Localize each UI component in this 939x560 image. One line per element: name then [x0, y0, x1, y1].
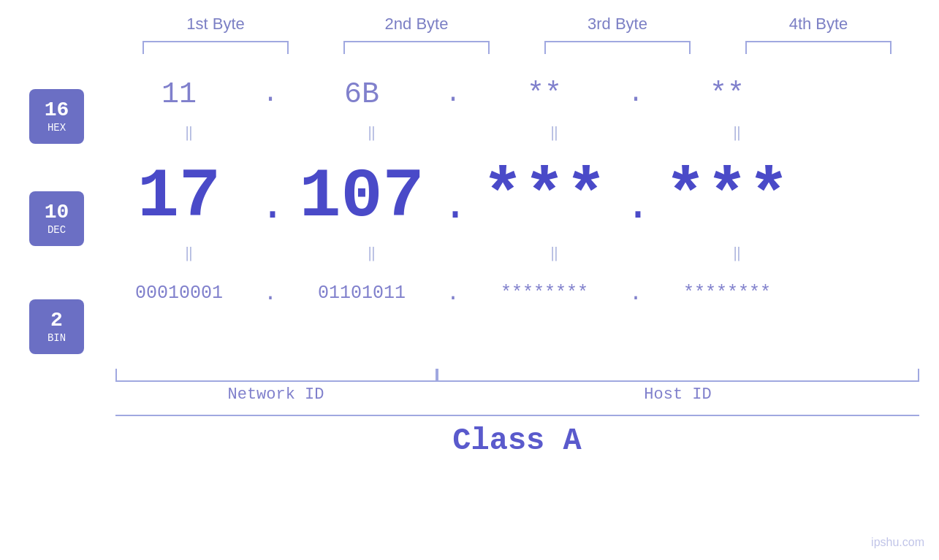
bin-row: 00010001 . 01101011 . ******** . *******… [99, 266, 902, 321]
hex-row: 11 . 6B . ** . ** [99, 69, 902, 120]
dec-byte4: *** [647, 158, 807, 237]
top-brackets [115, 41, 919, 54]
eq-row-1: ‖ ‖ ‖ ‖ [99, 120, 902, 145]
bin-badge-label: BIN [47, 332, 66, 344]
class-section: Class A [115, 415, 919, 459]
network-id-label: Network ID [115, 386, 437, 404]
hex-byte3: ** [464, 78, 625, 111]
hex-badge-num: 16 [45, 99, 69, 122]
eq2-b4: ‖ [647, 244, 829, 262]
hex-badge: 16 HEX [29, 89, 84, 144]
hex-badge-label: HEX [47, 122, 66, 134]
bin-byte1: 00010001 [99, 283, 259, 304]
bin-dot1: . [259, 281, 281, 306]
bin-byte4: ******** [647, 283, 807, 304]
dec-dot2: . [442, 181, 464, 237]
eq2-b2: ‖ [281, 244, 464, 262]
bottom-section: Network ID Host ID [115, 369, 919, 404]
dec-badge: 10 DEC [29, 191, 84, 246]
hex-dot3: . [625, 79, 647, 110]
bracket-byte4 [745, 41, 892, 54]
eq1-b4: ‖ [647, 123, 829, 142]
host-bracket [437, 369, 919, 382]
bracket-byte1 [142, 41, 289, 54]
dec-byte3: *** [464, 158, 625, 237]
dec-badge-label: DEC [47, 224, 66, 236]
bracket-byte3 [544, 41, 691, 54]
byte1-label: 1st Byte [135, 15, 296, 34]
dec-row: 17 . 107 . *** . *** [99, 145, 902, 240]
bottom-brackets [115, 369, 919, 382]
watermark: ipshu.com [871, 536, 924, 549]
values-column: 11 . 6B . ** . ** ‖ ‖ ‖ ‖ 17 . 107 . [99, 69, 939, 361]
hex-byte4: ** [647, 78, 807, 111]
bin-byte2: 01101011 [281, 283, 442, 304]
byte2-label: 2nd Byte [336, 15, 497, 34]
byte-headers: 1st Byte 2nd Byte 3rd Byte 4th Byte [115, 15, 919, 34]
hex-dot1: . [259, 79, 281, 110]
rows-container: 16 HEX 10 DEC 2 BIN 11 . 6B . ** . ** [0, 69, 939, 361]
hex-dot2: . [442, 79, 464, 110]
dec-badge-num: 10 [45, 202, 69, 224]
bin-dot2: . [442, 281, 464, 306]
eq-row-2: ‖ ‖ ‖ ‖ [99, 240, 902, 266]
bottom-labels: Network ID Host ID [115, 386, 919, 404]
eq1-b2: ‖ [281, 123, 464, 142]
bin-badge: 2 BIN [29, 299, 84, 354]
network-bracket [115, 369, 437, 382]
eq1-b3: ‖ [464, 123, 647, 142]
dec-byte2: 107 [281, 158, 442, 237]
bracket-byte2 [343, 41, 490, 54]
class-top-line [115, 415, 919, 416]
byte3-label: 3rd Byte [537, 15, 698, 34]
main-container: 1st Byte 2nd Byte 3rd Byte 4th Byte 16 H… [0, 0, 939, 560]
dec-byte1: 17 [99, 158, 259, 237]
byte4-label: 4th Byte [738, 15, 899, 34]
hex-byte1: 11 [99, 78, 259, 111]
bin-byte3: ******** [464, 283, 625, 304]
eq2-b1: ‖ [99, 244, 281, 262]
dec-dot3: . [625, 181, 647, 237]
bin-dot3: . [625, 281, 647, 306]
class-label: Class A [115, 423, 919, 459]
badges-column: 16 HEX 10 DEC 2 BIN [0, 69, 99, 361]
hex-byte2: 6B [281, 78, 442, 111]
host-id-label: Host ID [437, 386, 919, 404]
bin-badge-num: 2 [50, 310, 63, 332]
dec-dot1: . [259, 181, 281, 237]
eq2-b3: ‖ [464, 244, 647, 262]
eq1-b1: ‖ [99, 123, 281, 142]
